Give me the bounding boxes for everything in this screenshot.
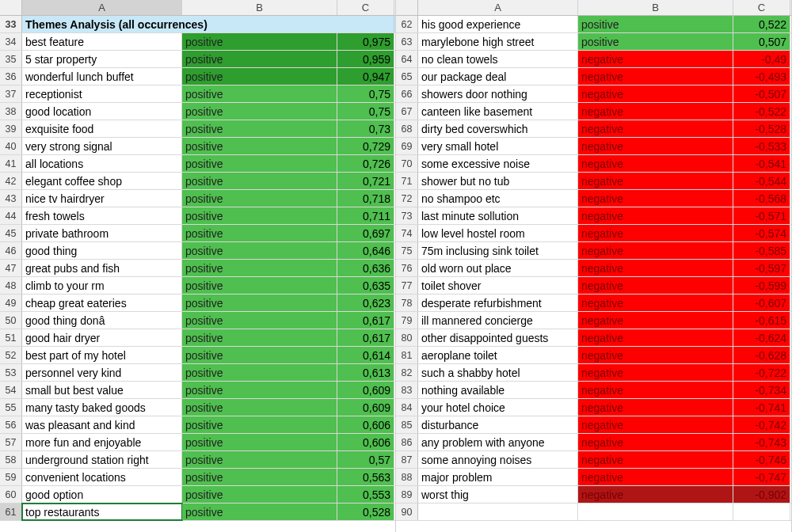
score-cell[interactable]: 0,636	[337, 260, 394, 276]
row-header[interactable]: 86	[396, 434, 418, 450]
sentiment-cell[interactable]: positive	[182, 451, 337, 468]
score-cell[interactable]: -0,746	[733, 451, 790, 468]
sentiment-cell[interactable]: positive	[182, 294, 337, 311]
theme-cell[interactable]: personnel very kind	[22, 364, 182, 381]
sentiment-cell[interactable]: negative	[578, 242, 733, 259]
sentiment-cell[interactable]: positive	[182, 469, 337, 485]
theme-cell[interactable]: aeroplane toilet	[418, 347, 578, 363]
theme-cell[interactable]: ill mannered concierge	[418, 312, 578, 329]
sentiment-cell[interactable]	[578, 504, 733, 520]
row-header[interactable]: 49	[0, 294, 22, 311]
theme-cell[interactable]: underground station right	[22, 451, 182, 468]
sentiment-cell[interactable]: negative	[578, 190, 733, 207]
theme-cell[interactable]: elegant coffee shop	[22, 173, 182, 189]
theme-cell[interactable]: our package deal	[418, 68, 578, 85]
table-row[interactable]: 85disturbancenegative-0,742	[396, 416, 791, 434]
theme-cell[interactable]: no clean towels	[418, 51, 578, 67]
score-cell[interactable]: -0,522	[733, 103, 790, 120]
row-header[interactable]: 71	[396, 173, 418, 189]
row-header[interactable]: 70	[396, 155, 418, 172]
score-cell[interactable]: 0,729	[337, 138, 394, 154]
row-header[interactable]: 85	[396, 416, 418, 433]
theme-cell[interactable]: old worn out place	[418, 260, 578, 276]
score-cell[interactable]: 0,73	[337, 120, 394, 137]
row-header[interactable]: 40	[0, 138, 22, 154]
theme-cell[interactable]: some excessive noise	[418, 155, 578, 172]
row-header[interactable]: 37	[0, 86, 22, 102]
theme-cell[interactable]: many tasty baked goods	[22, 399, 182, 416]
score-cell[interactable]	[733, 504, 790, 520]
theme-cell[interactable]: top restaurants	[22, 504, 182, 520]
score-cell[interactable]: -0,628	[733, 347, 790, 363]
row-header[interactable]: 66	[396, 86, 418, 102]
sentiment-cell[interactable]: positive	[182, 364, 337, 381]
sentiment-cell[interactable]: negative	[578, 51, 733, 67]
theme-cell[interactable]: wonderful lunch buffet	[22, 68, 182, 85]
table-row[interactable]: 46good thingpositive0,646	[0, 242, 395, 260]
table-row[interactable]: 89worst thignegative-0,902	[396, 486, 791, 504]
score-cell[interactable]: -0,571	[733, 207, 790, 224]
row-header[interactable]: 83	[396, 382, 418, 398]
sentiment-cell[interactable]: negative	[578, 486, 733, 503]
score-cell[interactable]: -0,597	[733, 260, 790, 276]
score-cell[interactable]: -0,742	[733, 416, 790, 433]
score-cell[interactable]: 0,975	[337, 33, 394, 50]
table-row[interactable]: 47great pubs and fishpositive0,636	[0, 260, 395, 277]
row-header[interactable]: 43	[0, 190, 22, 207]
theme-cell[interactable]: low level hostel room	[418, 225, 578, 241]
grid-body-left[interactable]: 33Themes Analysis (all occurrences)34bes…	[0, 16, 395, 521]
table-row[interactable]: 44fresh towelspositive0,711	[0, 207, 395, 225]
table-row[interactable]: 84your hotel choicenegative-0,741	[396, 399, 791, 416]
theme-cell[interactable]: dirty bed coverswhich	[418, 120, 578, 137]
table-row[interactable]: 88major problemnegative-0,747	[396, 469, 791, 486]
grid-body-right[interactable]: 62his good experiencepositive0,52263mary…	[396, 16, 791, 521]
theme-cell[interactable]: best feature	[22, 33, 182, 50]
theme-cell[interactable]: convenient locations	[22, 469, 182, 485]
sentiment-cell[interactable]: positive	[182, 120, 337, 137]
row-header[interactable]: 64	[396, 51, 418, 67]
col-header-A[interactable]: A	[418, 0, 578, 15]
sentiment-cell[interactable]: negative	[578, 399, 733, 416]
table-row[interactable]: 67canteen like basementnegative-0,522	[396, 103, 791, 120]
table-row[interactable]: 86any problem with anyonenegative-0,743	[396, 434, 791, 451]
sentiment-cell[interactable]: negative	[578, 416, 733, 433]
table-row[interactable]: 70some excessive noisenegative-0,541	[396, 155, 791, 173]
row-header[interactable]: 52	[0, 347, 22, 363]
theme-cell[interactable]: marylebone high street	[418, 33, 578, 50]
table-row[interactable]: 79ill mannered conciergenegative-0,615	[396, 312, 791, 329]
sentiment-cell[interactable]: positive	[182, 225, 337, 241]
row-header[interactable]: 90	[396, 504, 418, 520]
sentiment-cell[interactable]: positive	[182, 86, 337, 102]
score-cell[interactable]: -0,528	[733, 120, 790, 137]
score-cell[interactable]: 0,617	[337, 329, 394, 346]
table-row[interactable]: 53personnel very kindpositive0,613	[0, 364, 395, 382]
row-header[interactable]: 38	[0, 103, 22, 120]
table-row[interactable]: 57more fun and enjoyablepositive0,606	[0, 434, 395, 451]
score-cell[interactable]: 0,606	[337, 434, 394, 450]
row-header[interactable]: 68	[396, 120, 418, 137]
theme-cell[interactable]: such a shabby hotel	[418, 364, 578, 381]
row-header[interactable]: 54	[0, 382, 22, 398]
score-cell[interactable]: -0,607	[733, 294, 790, 311]
theme-cell[interactable]: nothing available	[418, 382, 578, 398]
theme-cell[interactable]: your hotel choice	[418, 399, 578, 416]
table-row[interactable]: 54small but best valuepositive0,609	[0, 382, 395, 399]
row-header[interactable]: 78	[396, 294, 418, 311]
sentiment-cell[interactable]: negative	[578, 173, 733, 189]
theme-cell[interactable]: all locations	[22, 155, 182, 172]
score-cell[interactable]: 0,623	[337, 294, 394, 311]
sentiment-cell[interactable]: positive	[182, 33, 337, 50]
score-cell[interactable]: 0,606	[337, 416, 394, 433]
score-cell[interactable]: -0,599	[733, 277, 790, 294]
row-header[interactable]: 34	[0, 33, 22, 50]
col-header-C[interactable]: C	[733, 0, 790, 15]
col-header-B[interactable]: B	[182, 0, 337, 15]
theme-cell[interactable]: cheap great eateries	[22, 294, 182, 311]
score-cell[interactable]: 0,609	[337, 399, 394, 416]
row-header[interactable]: 46	[0, 242, 22, 259]
score-cell[interactable]: 0,613	[337, 364, 394, 381]
row-header[interactable]: 82	[396, 364, 418, 381]
row-header[interactable]: 89	[396, 486, 418, 503]
sentiment-cell[interactable]: positive	[182, 173, 337, 189]
row-header[interactable]: 58	[0, 451, 22, 468]
